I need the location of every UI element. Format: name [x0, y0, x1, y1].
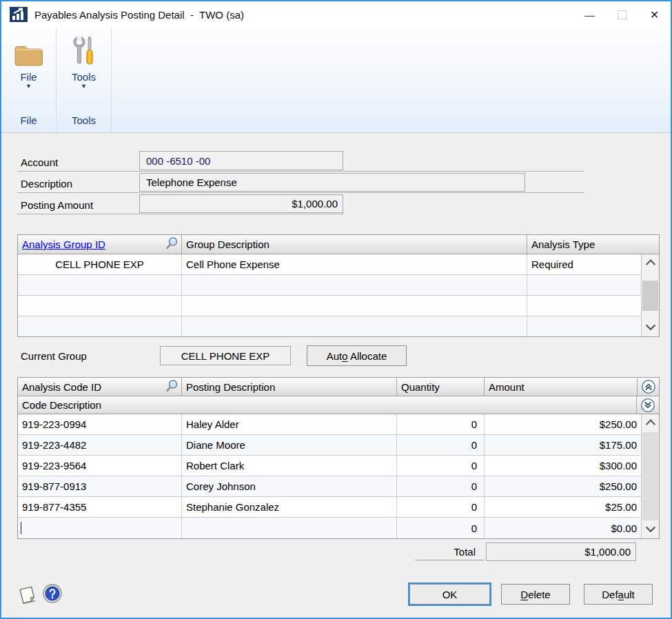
analysis-type-header-cell: Analysis Type: [527, 235, 659, 254]
group-description-cell[interactable]: Cell Phone Expense: [182, 254, 527, 274]
lookup-icon[interactable]: [165, 236, 179, 252]
account-label: Account: [21, 156, 58, 168]
code-id-cell[interactable]: 919-223-9564: [18, 456, 182, 476]
code-row[interactable]: 919-223-4482 Diane Moore 0 $175.00: [18, 435, 641, 456]
account-underline: [17, 171, 584, 172]
scroll-down-icon: [645, 522, 655, 532]
bar-chart-window-icon: [10, 7, 28, 22]
quantity-cell[interactable]: 0: [397, 435, 485, 455]
code-id-cell[interactable]: 919-223-0994: [18, 414, 182, 434]
close-icon: ✕: [650, 8, 659, 21]
code-table-scrollbar[interactable]: [641, 414, 659, 538]
collapse-rows-button[interactable]: [638, 378, 659, 396]
scroll-down-icon: [645, 321, 655, 330]
help-icon[interactable]: [43, 584, 62, 606]
posting-description-header-cell: Posting Description: [182, 378, 397, 396]
group-description-header-cell: Group Description: [182, 235, 527, 254]
analysis-type-cell[interactable]: Required: [527, 254, 641, 274]
analysis-code-id-header-cell: Analysis Code ID: [18, 378, 182, 396]
ribbon-group-tools: Tools ▼ Tools: [57, 28, 112, 132]
amount-cell[interactable]: $175.00: [485, 435, 641, 455]
file-menu-button[interactable]: File ▼: [13, 28, 45, 114]
lookup-icon[interactable]: [165, 379, 179, 395]
window-title: Payables Analysis Posting Detail - TWO (…: [34, 9, 244, 21]
maximize-button[interactable]: [606, 1, 638, 28]
group-table-scrollbar[interactable]: [641, 254, 659, 336]
quantity-cell[interactable]: 0: [397, 497, 485, 517]
code-description-header-cell: Code Description: [18, 396, 636, 414]
posting-description-cell[interactable]: Stephanie Gonzalez: [182, 497, 397, 517]
amount-cell[interactable]: $250.00: [485, 476, 641, 496]
code-row[interactable]: 919-223-9564 Robert Clark 0 $300.00: [18, 456, 641, 476]
code-id-cell[interactable]: 919-877-0913: [18, 476, 182, 496]
analysis-code-body: 919-223-0994 Haley Alder 0 $250.00 919-2…: [18, 414, 659, 538]
description-underline: [17, 192, 584, 193]
tools-menu-label: Tools: [72, 71, 96, 83]
quantity-cell[interactable]: 0: [397, 414, 485, 434]
window-controls: — ✕: [573, 1, 671, 28]
analysis-group-empty-row[interactable]: [18, 296, 641, 316]
delete-button[interactable]: Delete: [501, 584, 570, 605]
analysis-group-empty-row[interactable]: [18, 275, 641, 296]
amount-cell[interactable]: $250.00: [485, 414, 641, 434]
code-id-cell-editing[interactable]: [18, 518, 182, 538]
code-row-new-entry[interactable]: 0 $0.00: [18, 518, 641, 538]
code-row[interactable]: 919-877-4355 Stephanie Gonzalez 0 $25.00: [18, 497, 641, 518]
posting-amount-label: Posting Amount: [21, 199, 93, 211]
scrollbar-thumb[interactable]: [642, 432, 658, 520]
analysis-code-table: Analysis Code ID Posting Description Qua…: [17, 377, 660, 539]
scrollbar-thumb[interactable]: [642, 281, 658, 311]
scroll-up-icon: [645, 259, 655, 269]
tools-icon: [70, 33, 98, 68]
scroll-up-button[interactable]: [642, 254, 659, 272]
quantity-cell[interactable]: 0: [397, 518, 485, 538]
analysis-group-row[interactable]: CELL PHONE EXP Cell Phone Expense Requir…: [18, 254, 641, 275]
quantity-cell[interactable]: 0: [397, 476, 485, 496]
posting-description-cell[interactable]: Haley Alder: [182, 414, 397, 434]
code-row[interactable]: 919-877-0913 Corey Johnson 0 $250.00: [18, 476, 641, 497]
scroll-down-button[interactable]: [642, 318, 659, 336]
code-row[interactable]: 919-223-0994 Haley Alder 0 $250.00: [18, 414, 641, 435]
posting-description-cell[interactable]: Robert Clark: [182, 456, 397, 476]
default-button[interactable]: Default: [584, 584, 653, 605]
ribbon-group-file: File ▼ File: [1, 28, 57, 132]
quantity-cell[interactable]: 0: [397, 456, 485, 476]
scroll-down-button[interactable]: [642, 520, 659, 538]
analysis-group-empty-row[interactable]: [18, 316, 641, 336]
amount-cell[interactable]: $0.00: [485, 518, 641, 538]
account-field[interactable]: 000 -6510 -00: [139, 151, 343, 170]
total-amount-field: $1,000.00: [486, 542, 636, 561]
posting-description-cell[interactable]: Diane Moore: [182, 435, 397, 455]
tools-dropdown-icon: ▼: [81, 83, 87, 90]
current-group-field: CELL PHONE EXP: [160, 346, 291, 365]
expand-rows-button[interactable]: [636, 396, 659, 414]
amount-cell[interactable]: $300.00: [485, 456, 641, 476]
file-menu-label: File: [20, 71, 37, 83]
group-id-cell[interactable]: CELL PHONE EXP: [18, 254, 182, 274]
analysis-group-table: Analysis Group ID Group Description Anal…: [17, 234, 660, 337]
note-icon[interactable]: [15, 584, 40, 609]
posting-description-cell[interactable]: [182, 518, 397, 538]
text-cursor: [21, 522, 21, 534]
tools-menu-button[interactable]: Tools ▼: [70, 28, 98, 114]
auto-allocate-button[interactable]: Auto Allocate: [307, 345, 407, 366]
minimize-icon: —: [584, 9, 595, 21]
payables-analysis-posting-detail-window: Payables Analysis Posting Detail - TWO (…: [0, 0, 672, 619]
file-group-label: File: [20, 114, 37, 132]
code-id-cell[interactable]: 919-877-4355: [18, 497, 182, 517]
current-group-label: Current Group: [21, 350, 87, 362]
double-chevron-down-icon: [640, 398, 655, 413]
analysis-group-id-link[interactable]: Analysis Group ID: [22, 239, 105, 250]
ok-button[interactable]: OK: [409, 584, 490, 605]
posting-amount-field: $1,000.00: [139, 194, 343, 213]
tools-group-label: Tools: [72, 114, 96, 132]
close-button[interactable]: ✕: [638, 1, 671, 28]
amount-cell[interactable]: $25.00: [485, 497, 641, 517]
analysis-group-id-header-cell: Analysis Group ID: [18, 235, 182, 254]
code-id-cell[interactable]: 919-223-4482: [18, 435, 182, 455]
scroll-up-button[interactable]: [642, 414, 659, 432]
quantity-header-cell: Quantity: [397, 378, 485, 396]
posting-description-cell[interactable]: Corey Johnson: [182, 476, 397, 496]
minimize-button[interactable]: —: [573, 1, 606, 28]
amount-header-cell: Amount: [485, 378, 638, 396]
